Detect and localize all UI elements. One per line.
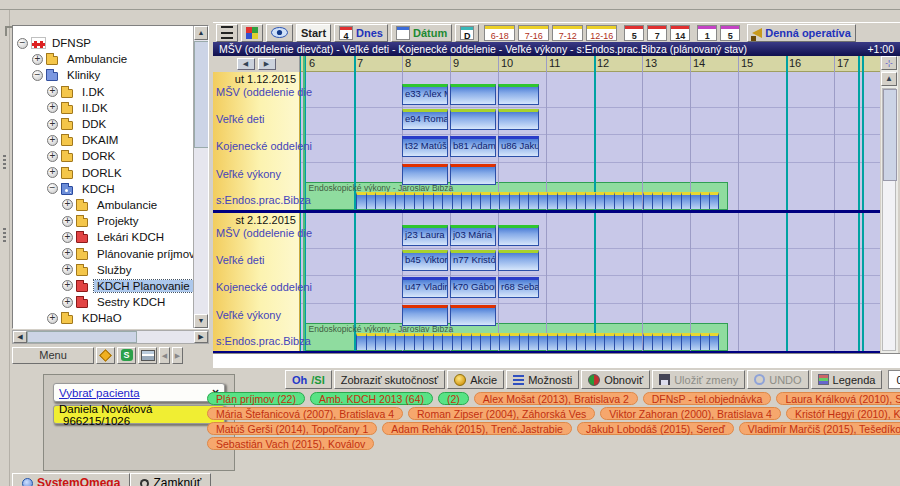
scroll-up-button[interactable]: ▲ [194,26,208,40]
start-button[interactable]: Start [296,24,331,42]
tree-item[interactable]: −KDCH [13,181,208,197]
endoscopy-slot[interactable] [595,333,605,350]
scroll-right-button[interactable]: ▶ [258,58,276,70]
event-bar[interactable]: b81 Adam F [450,136,496,157]
expand-icon[interactable]: + [62,264,73,275]
endoscopy-slot[interactable] [404,192,414,209]
expand-icon[interactable]: + [62,216,73,227]
endoscopy-slot[interactable] [614,333,624,350]
expand-icon[interactable]: + [32,54,43,65]
tree-item[interactable]: +KDCH Planovanie prijmov [13,278,208,294]
range-button-12-16[interactable]: 12-16 [586,25,617,41]
tree-item[interactable]: +DKAIM [13,132,208,148]
endoscopy-slot[interactable] [623,333,633,350]
endoscopy-slot[interactable] [652,333,662,350]
system-omega-button[interactable]: SystemOmega [12,473,130,486]
endoscopy-slot[interactable] [499,333,509,350]
tree-item[interactable]: +KDHaO [13,310,208,326]
tree-vertical-scrollbar[interactable]: ▲ ▼ [193,26,208,328]
endoscopy-slot[interactable] [452,333,462,350]
endoscopy-slot[interactable] [528,333,538,350]
next-button[interactable]: ▶ [172,347,183,364]
endoscopy-slot[interactable] [423,192,433,209]
expand-icon[interactable]: + [47,135,58,146]
endoscopy-slot[interactable] [576,333,586,350]
scroll-thumb[interactable] [27,331,137,343]
endoscopy-slot[interactable] [709,192,719,209]
endoscopy-slot[interactable] [633,333,643,350]
collapse-icon[interactable]: − [32,70,43,81]
event-bar[interactable]: j23 Laura Kr [402,225,448,246]
tree-item[interactable]: +Projekty [13,213,208,229]
endoscopy-slot[interactable] [385,192,395,209]
endoscopy-slot[interactable] [375,192,385,209]
expand-icon[interactable]: + [62,248,73,259]
endoscopy-slot[interactable] [442,192,452,209]
patient-pill[interactable]: Roman Zipser (2004), Záhorská Ves [408,407,595,420]
endoscopy-slot[interactable] [547,333,557,350]
splitter-button[interactable]: -¦- [881,56,897,70]
span-button-5[interactable]: 5 [624,25,644,41]
endoscopy-slot[interactable] [461,333,471,350]
patient-pill[interactable]: Adam Rehák (2015), Trenč.Jastrabie [382,422,572,435]
endoscopy-slot[interactable] [671,192,681,209]
save-changes-button[interactable]: Uložiť zmeny [652,370,745,389]
endoscopy-slot[interactable] [595,192,605,209]
tree-item[interactable]: −Kliniky [13,67,208,83]
range-button-6-18[interactable]: 6-18 [484,25,515,41]
endoscopy-slot[interactable] [547,192,557,209]
menu-list-button[interactable] [216,24,238,42]
today-button[interactable]: 4 Dnes [334,24,388,42]
endoscopy-slot[interactable] [690,333,700,350]
refresh-button[interactable]: Obnoviť [581,370,650,389]
endoscopy-slot[interactable] [662,333,672,350]
splitter-handle[interactable] [3,155,6,171]
date-button[interactable]: Dátum [391,24,452,42]
event-bar[interactable] [498,250,539,271]
splitter-handle[interactable] [3,228,6,244]
event-bar[interactable] [402,164,448,185]
new-item-button[interactable] [96,347,115,364]
endoscopy-slot[interactable] [585,333,595,350]
actions-button[interactable]: Akcie [447,370,504,389]
endoscopy-slot[interactable] [681,333,691,350]
scroll-left-button[interactable]: ◀ [13,331,27,343]
scroll-thumb[interactable] [883,89,897,181]
patient-pill[interactable]: Alex Mošat (2013), Bratislava 2 [474,392,638,405]
tree-item[interactable]: −DFNSP [13,35,208,51]
tree-item[interactable]: +Ambulancie [13,197,208,213]
date-field[interactable]: 01.12.2015 [888,370,900,389]
colors-button[interactable] [241,24,263,42]
scroll-right-button[interactable]: ▶ [194,331,208,343]
endoscopy-slot[interactable] [490,192,500,209]
scroll-down-button[interactable]: ▼ [194,314,208,328]
patient-pill[interactable]: Mária Štefanicová (2007), Bratislava 4 [207,407,403,420]
event-bar[interactable] [450,305,496,326]
tree-item[interactable]: +Lekári KDCH [13,229,208,245]
endoscopy-slot[interactable] [414,192,424,209]
patient-pill[interactable]: Sebastián Vach (2015), Koválov [207,437,374,450]
endoscopy-slot[interactable] [499,192,509,209]
daily-operative-button[interactable]: Denná operatíva [747,24,856,42]
endoscopy-slot[interactable] [662,192,672,209]
endoscopy-slot[interactable] [528,192,538,209]
endoscopy-slot[interactable] [566,333,576,350]
expand-icon[interactable]: + [47,151,58,162]
select-patient-link[interactable]: Vybrať pacienta [59,387,140,399]
endoscopy-slot[interactable] [604,333,614,350]
scroll-thumb[interactable] [194,41,209,148]
patient-pill[interactable]: Laura Králková (2010), Stará Turá [776,392,900,405]
endoscopy-slot[interactable] [385,333,395,350]
endoscopy-slot[interactable] [643,333,653,350]
span-button-purple-1[interactable]: 1 [697,25,717,41]
span-button-7[interactable]: 7 [647,25,667,41]
endoscopy-slot[interactable] [452,192,462,209]
tree-item[interactable]: +DDK [13,116,208,132]
show-reality-button[interactable]: Zobraziť skutočnosť [334,370,446,389]
endoscopy-slot[interactable] [480,192,490,209]
endoscopy-slot[interactable] [442,333,452,350]
event-bar[interactable]: n77 Kristóf H [450,250,496,271]
endoscopy-slot[interactable] [490,333,500,350]
endoscopy-slot[interactable] [375,333,385,350]
select-patient-button[interactable]: Vybrať pacienta × [53,383,225,402]
